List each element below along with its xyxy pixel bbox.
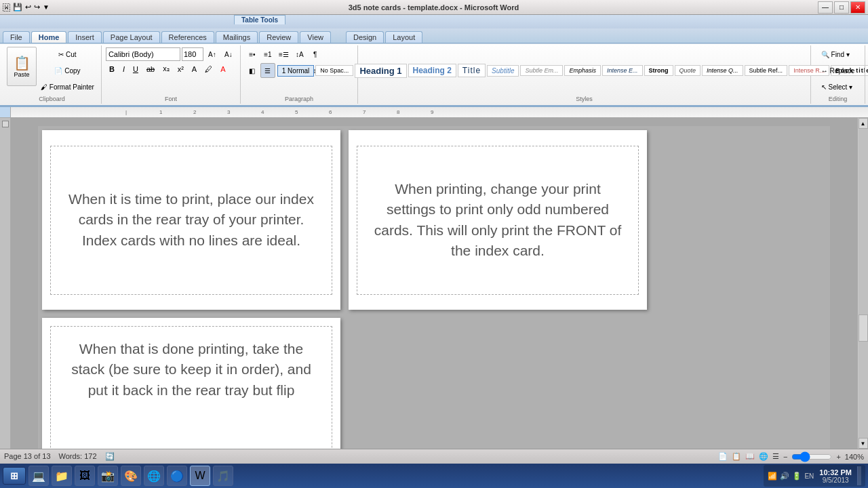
grow-font-btn[interactable]: A↑ — [205, 47, 220, 62]
tab-review[interactable]: Review — [259, 31, 298, 43]
scroll-thumb[interactable] — [859, 314, 868, 342]
view-print-btn[interactable]: 📄 — [718, 452, 728, 461]
table-tools-label: Table Tools — [234, 15, 285, 24]
bullets-btn[interactable]: ≡• — [245, 47, 260, 62]
format-painter-btn[interactable]: 🖌 Format Painter — [38, 79, 97, 94]
window-controls[interactable]: — □ ✕ — [818, 1, 865, 14]
scroll-up-btn[interactable]: ▲ — [859, 118, 868, 129]
tab-home[interactable]: Home — [31, 31, 67, 43]
scroll-down-btn[interactable]: ▼ — [859, 438, 868, 449]
taskbar-lightroom[interactable]: 🖼 — [75, 466, 95, 486]
superscript-btn[interactable]: x² — [174, 64, 187, 75]
style-emphasis[interactable]: Emphasis — [564, 65, 601, 76]
numbering-btn[interactable]: ≡1 — [260, 47, 275, 62]
minimize-btn[interactable]: — — [818, 1, 833, 14]
style-subtitle[interactable]: Subtitle — [487, 65, 519, 77]
maximize-btn[interactable]: □ — [834, 1, 849, 14]
card-2-text: When printing, change your print setting… — [371, 179, 625, 262]
show-desktop-btn[interactable] — [857, 466, 861, 485]
scroll-track[interactable] — [859, 129, 868, 438]
style-strong[interactable]: Strong — [644, 65, 673, 76]
style-intense-q[interactable]: Intense Q... — [702, 65, 743, 76]
style-subtle-em[interactable]: Subtle Em... — [520, 65, 563, 76]
style-normal[interactable]: 1 Normal — [277, 65, 315, 77]
copy-btn[interactable]: 📄 Copy — [38, 63, 97, 78]
highlight-btn[interactable]: 🖊 — [201, 64, 216, 75]
bold-btn[interactable]: B — [106, 64, 118, 75]
status-left: Page 13 of 13 Words: 172 🔄 — [4, 452, 115, 461]
tab-layout[interactable]: Layout — [385, 31, 422, 43]
style-heading1[interactable]: Heading 1 — [355, 64, 406, 78]
view-fullscreen-btn[interactable]: 📋 — [732, 452, 741, 461]
start-button[interactable]: ⊞ — [3, 467, 26, 485]
text-effects-btn[interactable]: A — [189, 64, 200, 75]
doc-wrapper: When it is time to print, place our inde… — [0, 118, 868, 449]
taskbar-chrome[interactable]: 🔵 — [167, 466, 187, 486]
find-btn[interactable]: 🔍 Find ▾ — [818, 47, 852, 62]
taskbar-paint[interactable]: 🎨 — [121, 466, 141, 486]
editing-group: 🔍 Find ▾ ↔ Replace ↖ Select ▾ Editing — [811, 45, 865, 104]
view-web-btn[interactable]: 🌐 — [759, 452, 768, 461]
view-outline-btn[interactable]: ☰ — [772, 452, 779, 461]
shrink-font-btn[interactable]: A↓ — [221, 47, 236, 62]
style-intense-e[interactable]: Intense E... — [602, 65, 643, 76]
subscript-btn[interactable]: x₂ — [159, 63, 173, 75]
paste-btn[interactable]: 📋 Paste — [7, 47, 37, 86]
card-1[interactable]: When it is time to print, place our inde… — [42, 130, 340, 310]
margin-handle[interactable] — [2, 121, 9, 127]
zoom-level: 140% — [845, 453, 864, 461]
quick-save-btn[interactable]: 💾 — [13, 3, 22, 12]
font-size-input[interactable] — [182, 47, 203, 61]
editing-label: Editing — [829, 94, 848, 102]
taskbar-firefox[interactable]: 🌐 — [144, 466, 164, 486]
quick-undo-btn[interactable]: ↩ — [25, 3, 31, 12]
taskbar-explorer[interactable]: 💻 — [28, 466, 49, 486]
tab-mailings[interactable]: Mailings — [216, 31, 258, 43]
zoom-in-btn[interactable]: + — [836, 453, 840, 461]
align-left-btn[interactable]: ◧ — [245, 63, 260, 78]
italic-btn[interactable]: I — [119, 64, 128, 75]
style-title[interactable]: Title — [458, 64, 486, 77]
quick-redo-btn[interactable]: ↪ — [34, 3, 40, 12]
tab-view[interactable]: View — [300, 31, 331, 43]
zoom-slider[interactable] — [791, 453, 832, 461]
card-2[interactable]: When printing, change your print setting… — [349, 130, 647, 310]
language-indicator[interactable]: 🔄 — [105, 452, 115, 461]
word-icon: 🇼 — [3, 3, 10, 12]
tab-insert[interactable]: Insert — [68, 31, 102, 43]
taskbar-folder[interactable]: 📁 — [52, 466, 72, 486]
tab-references[interactable]: References — [161, 31, 214, 43]
style-quote[interactable]: Quote — [675, 65, 701, 76]
underline-btn[interactable]: U — [130, 64, 142, 75]
style-subtle-ref[interactable]: Subtle Ref... — [745, 65, 788, 76]
tab-file[interactable]: File — [3, 31, 30, 43]
view-read-btn[interactable]: 📖 — [745, 452, 755, 461]
tray-time: 10:32 PM — [819, 468, 852, 476]
card-3[interactable]: When that is done printing, take the sta… — [42, 318, 340, 449]
system-tray: 📶 🔊 🔋 EN 10:32 PM 9/5/2013 — [764, 465, 865, 487]
close-btn[interactable]: ✕ — [850, 1, 865, 14]
status-bar: Page 13 of 13 Words: 172 🔄 📄 📋 📖 🌐 ☰ − +… — [0, 449, 868, 464]
tab-design[interactable]: Design — [346, 31, 384, 43]
word-count: Words: 172 — [59, 452, 97, 461]
font-name-input[interactable] — [106, 47, 180, 61]
right-scrollbar[interactable]: ▲ ▼ — [857, 118, 868, 449]
taskbar-word[interactable]: W — [190, 466, 210, 486]
taskbar-photoshop[interactable]: 📸 — [98, 466, 118, 486]
replace-btn[interactable]: ↔ Replace — [818, 63, 857, 78]
style-no-spacing[interactable]: No Spac... — [315, 65, 353, 76]
zoom-out-btn[interactable]: − — [783, 453, 787, 461]
doc-scroll-area[interactable]: When it is time to print, place our inde… — [11, 118, 857, 449]
font-color-btn[interactable]: A — [217, 64, 229, 75]
quick-access-arrow[interactable]: ▼ — [43, 3, 50, 11]
taskbar-vlc[interactable]: 🎵 — [213, 466, 233, 486]
card-row-1: When it is time to print, place our inde… — [38, 126, 830, 314]
cut-btn[interactable]: ✂ Cut — [38, 47, 97, 62]
tab-page-layout[interactable]: Page Layout — [103, 31, 160, 43]
style-heading2[interactable]: Heading 2 — [408, 64, 456, 77]
align-center-btn[interactable]: ☰ — [260, 63, 275, 78]
select-btn[interactable]: ↖ Select ▾ — [818, 79, 855, 94]
tray-volume-icon[interactable]: 🔊 — [780, 472, 789, 481]
card-row-2: When that is done printing, take the sta… — [38, 314, 830, 449]
strikethrough-btn[interactable]: ab — [143, 64, 158, 75]
